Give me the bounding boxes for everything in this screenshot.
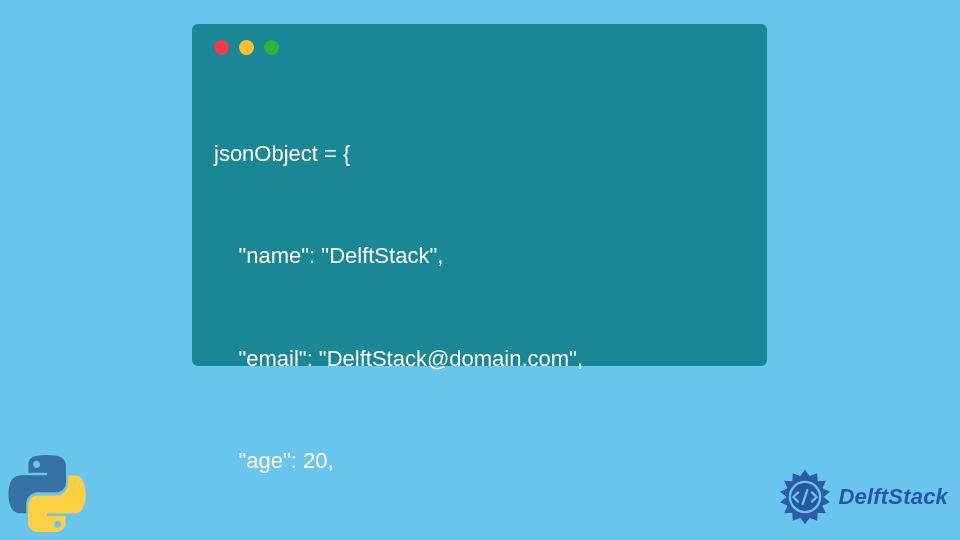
- maximize-dot-icon: [264, 40, 279, 55]
- code-content: jsonObject = { "name": "DelftStack", "em…: [214, 69, 745, 540]
- code-window: jsonObject = { "name": "DelftStack", "em…: [192, 24, 767, 366]
- delftstack-badge-icon: [776, 468, 834, 526]
- window-controls: [214, 40, 745, 55]
- code-line: "email": "DelftStack@domain.com",: [214, 342, 745, 376]
- delftstack-logo: DelftStack: [776, 468, 948, 526]
- delftstack-brand-text: DelftStack: [838, 484, 948, 510]
- code-line: jsonObject = {: [214, 137, 745, 171]
- minimize-dot-icon: [239, 40, 254, 55]
- code-line: "age": 20,: [214, 444, 745, 478]
- code-line: "name": "DelftStack",: [214, 239, 745, 273]
- close-dot-icon: [214, 40, 229, 55]
- python-logo-icon: [8, 454, 86, 532]
